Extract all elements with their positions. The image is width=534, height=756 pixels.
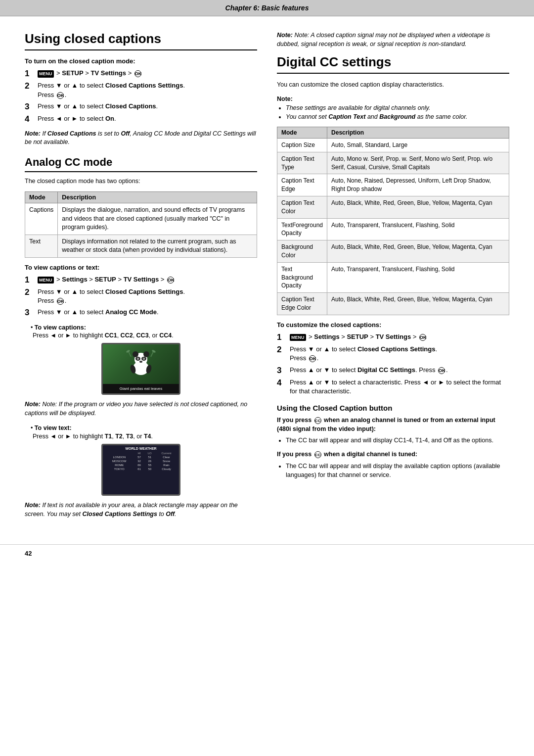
table-row: Captions Displays the dialogue, narratio… xyxy=(25,203,257,235)
step-item: 2 Press ▼ or ▲ to select Closed Captions… xyxy=(25,287,257,305)
svg-line-15 xyxy=(151,352,153,357)
weather-cond: Cloudy xyxy=(155,467,178,471)
analog-desc: The closed caption mode has two options: xyxy=(25,177,257,186)
ok-icon: OK xyxy=(419,334,426,341)
step-item: 3 Press ▲ or ▼ to select Digital CC Sett… xyxy=(277,366,509,376)
table-cell-desc: Displays the dialogue, narration, and so… xyxy=(58,203,257,235)
tv-caption-bar: Giant pandas eat leaves xyxy=(103,384,179,394)
digital-note-item: These settings are available for digital… xyxy=(286,103,509,113)
subsection-title-analog: Analog CC mode xyxy=(25,156,257,172)
cc-btn-analog-bullets: The CC bar will appear and will display … xyxy=(277,436,509,445)
weather-cond: Rain xyxy=(155,463,178,467)
step-content: Press ▲ or ▼ to select Digital CC Settin… xyxy=(290,366,509,375)
step-content: Press ▲ or ▼ to select a characteristic.… xyxy=(290,378,509,396)
step-num: 2 xyxy=(25,81,36,91)
step-num: 3 xyxy=(25,102,36,112)
panda-screen-bg xyxy=(103,344,179,383)
step-content: Press ▼ or ▲ to select Closed Captions S… xyxy=(38,81,257,99)
weather-table: HI LO Current LONDON 57 51 C xyxy=(104,451,178,471)
digital-note-block: Note: These settings are available for d… xyxy=(277,95,509,122)
content-area: Using closed captions To turn on the clo… xyxy=(0,16,534,539)
table-cell-desc: Auto, Small, Standard, Large xyxy=(327,139,509,152)
weather-city: ROME xyxy=(104,463,134,467)
chapter-header: Chapter 6: Basic features xyxy=(0,0,534,16)
step-content: Press ▼ or ▲ to select Analog CC Mode. xyxy=(38,308,257,317)
step-num: 4 xyxy=(277,378,288,388)
step-content: MENU > Settings > SETUP > TV Settings > … xyxy=(38,275,257,284)
digital-note-list: These settings are available for digital… xyxy=(277,103,509,122)
tv-screen-weather: WORLD WEATHER HI LO Current xyxy=(101,444,180,496)
captions-instruction: Press ◄ or ► to highlight CC1, CC2, CC3,… xyxy=(33,332,257,339)
weather-lo: 50 xyxy=(144,467,155,471)
ok-icon: OK xyxy=(309,355,316,362)
weather-city: MOSCOW xyxy=(104,459,134,463)
section-title-using-cc: Using closed captions xyxy=(25,31,257,50)
table-row: Mode Description xyxy=(277,127,509,139)
menu-icon: MENU xyxy=(290,334,306,341)
table-row: ROME 66 55 Rain xyxy=(104,463,178,467)
step-content: MENU > Settings > SETUP > TV Settings > … xyxy=(290,332,509,341)
step-num: 1 xyxy=(277,332,288,342)
note-turn-on: Note: If Closed Captions is set to Off, … xyxy=(25,130,257,147)
table-row: LONDON 57 51 Clear xyxy=(104,455,178,459)
svg-point-10 xyxy=(139,361,142,363)
steps-turn-on: 1 MENU > SETUP > TV Settings > OK 2 Pres… xyxy=(25,69,257,125)
using-cc-btn-title: Using the Closed Caption button xyxy=(277,404,509,412)
text-instruction: Press ◄ or ► to highlight T1, T2, T3, or… xyxy=(33,433,257,440)
table-cell-desc: Auto, Mono w. Serif, Prop. w. Serif, Mon… xyxy=(327,152,509,174)
step-num: 2 xyxy=(277,345,288,355)
table-cell-mode: TextBackgroundOpacity xyxy=(277,262,327,292)
note-panda-text: Note: If the program or video you have s… xyxy=(25,401,247,417)
table-row: Text Displays information not related to… xyxy=(25,235,257,257)
svg-line-13 xyxy=(129,352,131,357)
step-item: 2 Press ▼ or ▲ to select Closed Captions… xyxy=(277,345,509,363)
to-view-captions-text: To view captions: xyxy=(35,324,86,331)
step-item: 1 MENU > Settings > SETUP > TV Settings … xyxy=(25,275,257,285)
table-cell-mode: Captions xyxy=(25,203,58,235)
cc-button-icon: CC xyxy=(314,417,321,424)
chapter-header-text: Chapter 6: Basic features xyxy=(225,4,309,12)
svg-point-3 xyxy=(143,351,149,357)
weather-lo: 26 xyxy=(144,459,155,463)
page-number-area: 42 xyxy=(0,544,534,562)
step-content: Press ▼ or ▲ to select Closed Captions S… xyxy=(38,287,257,305)
right-column: Note: Note: A closed caption signal may … xyxy=(277,31,509,524)
page-number: 42 xyxy=(25,550,32,557)
bullet-item: The CC bar will appear and will display … xyxy=(286,462,509,480)
step-item: 4 Press ▲ or ▼ to select a characteristi… xyxy=(277,378,509,396)
table-header-desc: Description xyxy=(327,127,509,139)
weather-cond: Snow xyxy=(155,459,178,463)
table-row: BackgroundColor Auto, Black, White, Red,… xyxy=(277,240,509,263)
table-row: Caption TextEdge Auto, None, Raised, Dep… xyxy=(277,174,509,196)
to-view-text-text: To view text: xyxy=(35,425,72,431)
ok-icon: OK xyxy=(438,367,445,374)
weather-hi: 32 xyxy=(134,459,144,463)
table-cell-mode: BackgroundColor xyxy=(277,240,327,263)
weather-header: WORLD WEATHER xyxy=(104,447,178,450)
step-content: Press ▼ or ▲ to select Closed Captions. xyxy=(38,102,257,111)
panda-tv-image: Giant pandas eat leaves xyxy=(25,343,257,396)
table-row: MOSCOW 32 26 Snow xyxy=(104,459,178,463)
table-cell-desc: Auto, Black, White, Red, Green, Blue, Ye… xyxy=(327,196,509,218)
to-view-captions-label: To view captions: xyxy=(25,323,257,332)
customize-label: To customize the closed captions: xyxy=(277,321,509,329)
weather-col-hi: HI xyxy=(134,451,144,455)
step-item: 3 Press ▼ or ▲ to select Analog CC Mode. xyxy=(25,308,257,318)
note-top: Note: Note: A closed caption signal may … xyxy=(277,31,509,48)
ok-icon: OK xyxy=(134,70,141,77)
analog-cc-table: Mode Description Captions Displays the d… xyxy=(25,191,257,258)
weather-cond: Clear xyxy=(155,455,178,459)
svg-point-14 xyxy=(126,349,130,353)
weather-hi: 61 xyxy=(134,467,144,471)
cc-button-icon-2: CC xyxy=(314,451,321,458)
weather-col-city xyxy=(104,451,134,455)
turn-on-label: To turn on the closed caption mode: xyxy=(25,57,257,65)
ok-icon: OK xyxy=(57,92,64,99)
table-cell-mode: Caption TextColor xyxy=(277,196,327,218)
cc-btn-digital-bullets: The CC bar will appear and will display … xyxy=(277,462,509,480)
bullet-item: The CC bar will appear and will display … xyxy=(286,436,509,445)
svg-point-9 xyxy=(143,358,144,359)
table-cell-desc: Auto, Black, White, Red, Green, Blue, Ye… xyxy=(327,240,509,263)
step-num: 3 xyxy=(277,366,288,376)
weather-city: TOKYO xyxy=(104,467,134,471)
